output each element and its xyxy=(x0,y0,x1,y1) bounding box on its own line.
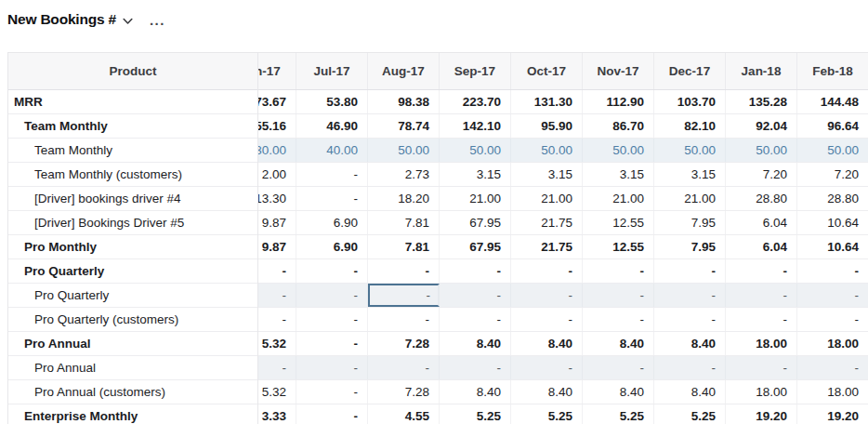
data-cell[interactable]: 19.20 xyxy=(726,404,797,424)
row-label[interactable]: Pro Annual xyxy=(8,332,257,356)
data-cell[interactable]: 10.64 xyxy=(797,211,868,234)
data-cell[interactable]: - xyxy=(296,284,368,307)
data-cell[interactable]: 21.75 xyxy=(511,235,583,258)
data-cell[interactable]: 8.40 xyxy=(440,332,511,355)
data-cell[interactable]: 53.80 xyxy=(296,90,368,113)
row-label[interactable]: Pro Quarterly (customers) xyxy=(8,308,257,332)
data-cell[interactable]: 73.67 xyxy=(258,90,296,113)
row-label[interactable]: [Driver] bookings driver #4 xyxy=(8,187,257,211)
data-cell[interactable]: 78.74 xyxy=(368,114,440,138)
data-cell[interactable]: - xyxy=(797,356,868,379)
data-cell[interactable]: 103.70 xyxy=(654,90,726,113)
column-header-nov-17[interactable]: Nov-17 xyxy=(583,53,654,89)
data-cell[interactable]: 46.90 xyxy=(296,114,368,138)
data-cell[interactable]: 3.33 xyxy=(258,404,296,424)
data-cell[interactable]: 21.00 xyxy=(511,187,583,210)
data-cell[interactable]: - xyxy=(296,356,368,379)
data-cell[interactable]: 142.10 xyxy=(440,114,511,138)
data-cell[interactable]: 5.32 xyxy=(258,332,296,355)
data-cell[interactable]: - xyxy=(511,356,583,379)
data-cell[interactable]: 2.73 xyxy=(368,163,440,186)
column-header-aug-17[interactable]: Aug-17 xyxy=(368,53,440,89)
data-cell[interactable]: 95.90 xyxy=(511,114,583,138)
data-cell[interactable]: 67.95 xyxy=(440,211,511,234)
data-cell[interactable]: - xyxy=(654,284,726,307)
data-cell[interactable]: 7.81 xyxy=(368,211,440,234)
data-cell[interactable]: 21.00 xyxy=(440,187,511,210)
data-cell[interactable]: - xyxy=(726,259,797,283)
row-label[interactable]: [Driver] Bookings Driver #5 xyxy=(8,211,257,235)
row-label[interactable]: Team Monthly xyxy=(8,139,257,163)
data-cell[interactable]: - xyxy=(654,308,726,331)
data-cell[interactable]: 6.04 xyxy=(726,235,797,258)
data-cell[interactable]: - xyxy=(296,163,368,186)
data-cell[interactable]: - xyxy=(583,259,654,283)
data-cell[interactable]: 112.90 xyxy=(583,90,654,113)
data-cell[interactable]: - xyxy=(258,308,296,331)
data-cell[interactable]: 3.15 xyxy=(654,163,726,186)
data-cell[interactable]: - xyxy=(726,284,797,307)
title-dropdown[interactable]: New Bookings # xyxy=(7,11,133,28)
data-cell[interactable]: 18.20 xyxy=(368,187,440,210)
data-cell[interactable]: 86.70 xyxy=(583,114,654,138)
data-cell[interactable]: - xyxy=(368,356,440,379)
data-cell[interactable]: - xyxy=(258,284,296,307)
data-cell[interactable]: 7.95 xyxy=(654,235,726,258)
data-cell[interactable]: - xyxy=(511,259,583,283)
data-cell[interactable]: 50.00 xyxy=(726,139,797,162)
row-label[interactable]: Team Monthly (customers) xyxy=(8,163,257,187)
data-cell[interactable]: 131.30 xyxy=(511,90,583,113)
row-label[interactable]: Enterprise Monthly xyxy=(8,404,257,424)
row-label[interactable]: Pro Annual xyxy=(8,356,257,380)
data-cell[interactable]: 7.28 xyxy=(368,380,440,404)
more-menu-button[interactable]: ... xyxy=(150,16,165,25)
row-label[interactable]: Team Monthly xyxy=(8,114,257,139)
data-cell[interactable]: 6.04 xyxy=(726,211,797,234)
data-cell[interactable]: - xyxy=(726,356,797,379)
data-cell[interactable]: - xyxy=(440,259,511,283)
data-cell[interactable]: 8.40 xyxy=(511,332,583,355)
data-cell[interactable]: 9.87 xyxy=(258,211,296,234)
data-cell[interactable]: 7.28 xyxy=(368,332,440,355)
data-cell[interactable]: - xyxy=(583,308,654,331)
data-cell[interactable]: 50.00 xyxy=(583,139,654,162)
data-cell[interactable]: 98.38 xyxy=(368,90,440,113)
data-cell[interactable]: - xyxy=(296,404,368,424)
data-cell[interactable]: 92.04 xyxy=(726,114,797,138)
data-cell[interactable]: - xyxy=(368,308,440,331)
data-cell[interactable]: 50.00 xyxy=(654,139,726,162)
data-cell[interactable]: 18.00 xyxy=(726,380,797,404)
product-column-header[interactable]: Product xyxy=(8,53,257,90)
data-cell[interactable]: - xyxy=(440,308,511,331)
data-cell[interactable]: 30.00 xyxy=(258,139,296,162)
data-cell[interactable]: 3.15 xyxy=(511,163,583,186)
data-cell[interactable]: - xyxy=(296,308,368,331)
data-cell[interactable]: 50.00 xyxy=(511,139,583,162)
data-cell[interactable]: 18.00 xyxy=(797,332,868,355)
data-cell[interactable]: - xyxy=(440,356,511,379)
data-cell[interactable]: 28.80 xyxy=(726,187,797,210)
row-label[interactable]: MRR xyxy=(8,90,257,114)
data-cell[interactable]: 7.20 xyxy=(797,163,868,186)
data-cell[interactable]: 12.55 xyxy=(583,211,654,234)
data-cell[interactable]: - xyxy=(583,284,654,307)
data-cell[interactable]: - xyxy=(258,259,296,283)
data-cell[interactable]: 8.40 xyxy=(583,332,654,355)
data-cell[interactable]: 6.90 xyxy=(296,211,368,234)
data-cell[interactable]: - xyxy=(797,308,868,331)
data-cell[interactable]: - xyxy=(797,284,868,307)
data-cell[interactable]: 8.40 xyxy=(511,380,583,404)
data-cell[interactable]: 50.00 xyxy=(440,139,511,162)
data-cell[interactable]: 21.00 xyxy=(583,187,654,210)
data-cell[interactable]: - xyxy=(258,356,296,379)
data-cell[interactable]: 18.00 xyxy=(726,332,797,355)
row-label[interactable]: Pro Monthly xyxy=(8,235,257,259)
data-cell[interactable]: 7.81 xyxy=(368,235,440,258)
data-cell[interactable]: 18.00 xyxy=(797,380,868,404)
data-cell[interactable]: 8.40 xyxy=(654,332,726,355)
column-header-oct-17[interactable]: Oct-17 xyxy=(511,53,583,89)
data-cell[interactable]: 135.28 xyxy=(726,90,797,113)
row-label[interactable]: Pro Annual (customers) xyxy=(8,380,257,404)
data-cell[interactable]: 3.15 xyxy=(583,163,654,186)
column-header-jul-17[interactable]: Jul-17 xyxy=(296,53,368,89)
